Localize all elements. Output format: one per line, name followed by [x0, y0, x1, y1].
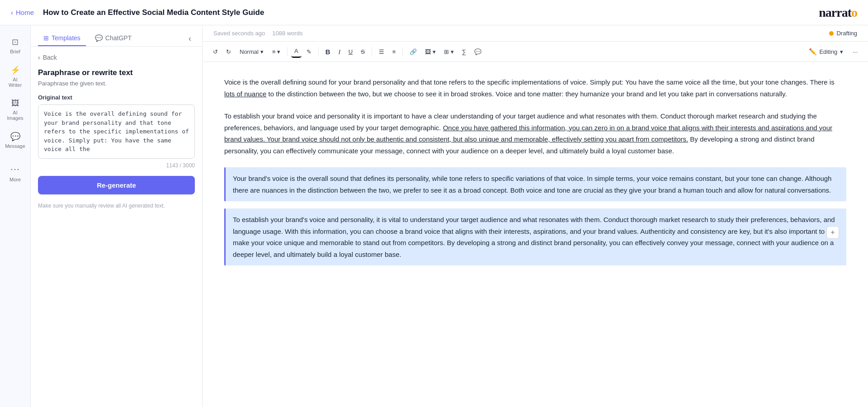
panel-body: ‹ Back Paraphrase or rewrite text Paraph…	[31, 47, 202, 407]
undo-button[interactable]: ↺	[210, 46, 221, 57]
templates-tab-label: Templates	[52, 34, 80, 42]
back-label: Back	[43, 54, 57, 61]
numbered-list-button[interactable]: ≡	[389, 46, 399, 57]
templates-tab-icon: ⊞	[43, 34, 49, 42]
align-button[interactable]: ≡ ▾	[269, 46, 283, 57]
word-count: 1088 words	[272, 30, 302, 37]
draft-label: Drafting	[836, 30, 857, 37]
toolbar-divider-2	[318, 47, 319, 56]
sidebar-item-ai-images-label: AI Images	[6, 110, 24, 121]
toolbar: ↺ ↻ Normal ▾ ≡ ▾ A ✎ B I U S ☰ ≡ 🔗 🖼 ▾ ⊞…	[203, 42, 868, 62]
chatgpt-tab-icon: 💬	[95, 34, 103, 42]
brief-icon: ⊡	[12, 37, 19, 47]
draft-dot	[829, 31, 834, 36]
editing-mode-chevron: ▾	[840, 48, 843, 55]
highlighted-paragraph-1: Your brand's voice is the overall sound …	[224, 167, 846, 201]
chatgpt-tab-label: ChatGPT	[105, 34, 132, 42]
sidebar-item-ai-images[interactable]: 🖼 AI Images	[3, 94, 28, 125]
ai-writer-icon: ⚡	[10, 65, 20, 75]
panel-section-subtitle: Paraphrase the given text.	[38, 80, 195, 87]
pencil-icon: ✏️	[809, 48, 816, 55]
home-link[interactable]: ‹ Home	[11, 9, 34, 16]
style-chevron-icon: ▾	[260, 48, 264, 55]
editor-area: Saved seconds ago 1088 words Drafting ↺ …	[203, 25, 868, 407]
panel-section-title: Paraphrase or rewrite text	[38, 68, 195, 77]
formula-button[interactable]: ∑	[459, 46, 469, 57]
tab-chatgpt[interactable]: 💬 ChatGPT	[90, 31, 137, 46]
ai-disclaimer: Make sure you manually review all AI gen…	[38, 202, 195, 210]
main-layout: ⊡ Brief ⚡ AI Writer 🖼 AI Images 💬 Messag…	[0, 25, 868, 407]
panel: ⊞ Templates 💬 ChatGPT ‹ ‹ Back Paraphras…	[31, 25, 203, 407]
sidebar-item-message[interactable]: 💬 Message	[3, 127, 28, 153]
sidebar-item-more-label: More	[9, 177, 21, 182]
sidebar-item-ai-writer-label: AI Writer	[6, 77, 24, 88]
ai-images-icon: 🖼	[11, 99, 19, 108]
redo-button[interactable]: ↻	[223, 46, 234, 57]
header-left: ‹ Home How to Create an Effective Social…	[11, 8, 264, 17]
original-text-label: Original text	[38, 94, 195, 101]
sidebar-item-brief-label: Brief	[10, 49, 20, 54]
regenerate-button[interactable]: Re-generate	[38, 176, 195, 194]
sidebar-item-more[interactable]: ··· More	[3, 159, 28, 187]
link-button[interactable]: 🔗	[406, 46, 420, 57]
toolbar-divider-4	[402, 47, 403, 56]
underline-text: lots of nuance	[224, 90, 266, 98]
style-label: Normal	[240, 48, 259, 55]
editor-meta: Saved seconds ago 1088 words	[213, 30, 302, 37]
editor-content[interactable]: Voice is the overall defining sound for …	[203, 62, 868, 407]
original-text-input[interactable]: Voice is the overall defining sound for …	[38, 104, 195, 159]
sidebar-item-ai-writer[interactable]: ⚡ AI Writer	[3, 61, 28, 92]
saved-text: Saved seconds ago	[213, 30, 265, 37]
editor-paragraph-2: To establish your brand voice and person…	[224, 110, 846, 156]
highlighted-paragraph-2: To establish your brand's voice and pers…	[224, 208, 846, 265]
add-block-button[interactable]: +	[826, 226, 839, 239]
bullet-list-button[interactable]: ☰	[376, 46, 387, 57]
home-label: Home	[16, 9, 34, 16]
panel-tabs: ⊞ Templates 💬 ChatGPT ‹	[31, 25, 202, 47]
panel-collapse-button[interactable]: ‹	[185, 32, 195, 45]
style-dropdown[interactable]: Normal ▾	[236, 46, 267, 57]
chevron-left-icon: ‹	[11, 9, 13, 16]
tab-templates[interactable]: ⊞ Templates	[38, 31, 86, 46]
draft-badge: Drafting	[829, 30, 857, 37]
top-header: ‹ Home How to Create an Effective Social…	[0, 0, 868, 25]
strikethrough-button[interactable]: S	[358, 46, 368, 57]
text-color-button[interactable]: A	[291, 45, 302, 58]
highlight-button[interactable]: ✎	[303, 46, 315, 57]
highlighted-section: Your brand's voice is the overall sound …	[224, 167, 846, 265]
sidebar-item-message-label: Message	[5, 143, 25, 149]
message-icon: 💬	[10, 132, 20, 142]
toolbar-divider-3	[372, 47, 372, 56]
back-chevron-icon: ‹	[38, 54, 40, 61]
icon-sidebar: ⊡ Brief ⚡ AI Writer 🖼 AI Images 💬 Messag…	[0, 25, 31, 407]
more-icon: ···	[10, 163, 20, 175]
editor-paragraph-1: Voice is the overall defining sound for …	[224, 76, 846, 99]
editing-mode-button[interactable]: ✏️ Editing ▾	[804, 46, 848, 57]
more-toolbar-button[interactable]: ···	[849, 46, 861, 57]
sidebar-item-brief[interactable]: ⊡ Brief	[3, 33, 28, 59]
char-count: 1143 / 3000	[38, 162, 195, 169]
back-link[interactable]: ‹ Back	[38, 54, 195, 61]
doc-title: How to Create an Effective Social Media …	[43, 8, 264, 17]
comment-button[interactable]: 💬	[471, 46, 485, 57]
editor-top-bar: Saved seconds ago 1088 words Drafting	[203, 25, 868, 42]
image-button[interactable]: 🖼 ▾	[422, 46, 439, 57]
logo: narrato	[819, 5, 857, 20]
bold-button[interactable]: B	[322, 46, 334, 58]
toolbar-divider-1	[287, 47, 288, 56]
table-button[interactable]: ⊞ ▾	[441, 46, 457, 57]
editing-mode-label: Editing	[819, 48, 837, 55]
italic-button[interactable]: I	[335, 46, 344, 58]
underline-button[interactable]: U	[345, 46, 356, 57]
underline-text-2: Once you have gathered this information,…	[224, 124, 832, 143]
